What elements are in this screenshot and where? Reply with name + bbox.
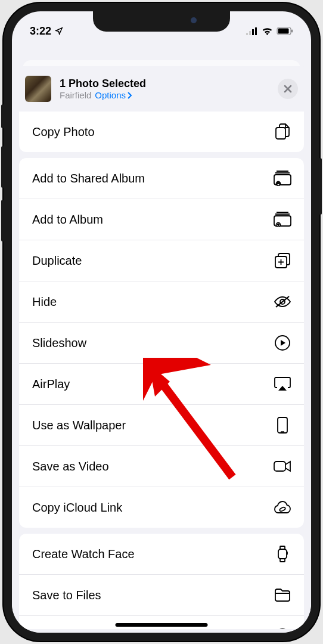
share-sheet: 1 Photo Selected Fairfield Options [12, 66, 311, 633]
shared-album-icon [273, 169, 292, 188]
volume-down-button [1, 200, 4, 242]
volume-up-button [1, 146, 4, 188]
watch-icon [273, 544, 292, 564]
svg-point-18 [279, 507, 285, 512]
wifi-icon [262, 27, 273, 35]
silence-switch [1, 104, 4, 128]
cloud-link-icon [273, 498, 292, 517]
hide-row[interactable]: Hide [19, 281, 304, 323]
sheet-header: 1 Photo Selected Fairfield Options [12, 66, 311, 112]
add-shared-album-row[interactable]: Add to Shared Album [19, 158, 304, 199]
row-label: Save as Video [32, 460, 109, 473]
row-label: Hide [32, 295, 57, 309]
cellular-icon [246, 27, 258, 35]
row-label: Copy iCloud Link [32, 501, 122, 515]
svg-rect-2 [252, 29, 254, 35]
copy-icon [273, 122, 292, 141]
power-button [319, 158, 322, 215]
svg-rect-0 [246, 33, 248, 35]
row-label: Add to Shared Album [32, 172, 145, 185]
notch [93, 11, 230, 32]
airplay-icon [273, 374, 292, 394]
chevron-right-icon [127, 92, 132, 99]
options-link[interactable]: Options [95, 90, 132, 100]
options-label: Options [95, 90, 126, 100]
add-album-row[interactable]: Add to Album [19, 199, 304, 240]
svg-rect-3 [255, 27, 257, 35]
sheet-title: 1 Photo Selected [60, 78, 269, 90]
photo-location: Fairfield [60, 90, 91, 100]
row-label: Copy Photo [32, 125, 95, 139]
svg-rect-7 [276, 128, 285, 139]
person-circle-icon [273, 627, 292, 629]
photo-thumbnail[interactable] [25, 76, 51, 102]
duplicate-icon [273, 251, 292, 270]
phone-rect-icon [273, 416, 292, 435]
row-label: Duplicate [32, 254, 82, 268]
airplay-row[interactable]: AirPlay [19, 364, 304, 405]
phone-screen: 3:22 1 Photo Selected Fairfield [12, 11, 311, 633]
row-label: AirPlay [32, 377, 70, 391]
play-circle-icon [273, 333, 292, 352]
status-time: 3:22 [30, 25, 51, 38]
copy-photo-row[interactable]: Copy Photo [19, 112, 304, 152]
folder-icon [273, 586, 292, 605]
create-watch-face-row[interactable]: Create Watch Face [19, 534, 304, 575]
duplicate-row[interactable]: Duplicate [19, 240, 304, 281]
svg-rect-17 [274, 462, 285, 471]
action-group-3: Create Watch Face Save to Files [19, 534, 304, 629]
action-group-2: Add to Shared Album Add to Album [19, 158, 304, 528]
actions-area[interactable]: Copy Photo Add to Shared Album [12, 112, 311, 629]
video-icon [273, 457, 292, 476]
share-sheet-container: 1 Photo Selected Fairfield Options [12, 60, 311, 633]
assign-contact-row[interactable]: Assign to Contact [19, 616, 304, 629]
save-video-row[interactable]: Save as Video [19, 446, 304, 487]
row-label: Slideshow [32, 336, 86, 350]
svg-rect-19 [278, 549, 287, 559]
row-label: Add to Album [32, 213, 103, 227]
slideshow-row[interactable]: Slideshow [19, 323, 304, 364]
use-wallpaper-row[interactable]: Use as Wallpaper [19, 405, 304, 446]
eye-slash-icon [273, 292, 292, 311]
row-label: Save to Files [32, 589, 101, 602]
svg-rect-1 [249, 31, 251, 35]
copy-icloud-row[interactable]: Copy iCloud Link [19, 487, 304, 528]
close-icon [284, 85, 292, 93]
phone-frame: 3:22 1 Photo Selected Fairfield [4, 3, 319, 641]
svg-rect-6 [291, 30, 293, 33]
home-indicator[interactable] [116, 623, 208, 627]
save-files-row[interactable]: Save to Files [19, 575, 304, 616]
svg-rect-16 [278, 417, 287, 433]
add-album-icon [273, 210, 292, 229]
close-button[interactable] [278, 79, 298, 99]
row-label: Use as Wallpaper [32, 419, 126, 432]
svg-rect-5 [278, 29, 289, 34]
row-label: Create Watch Face [32, 547, 135, 561]
battery-icon [277, 27, 293, 35]
action-group-1: Copy Photo [19, 112, 304, 152]
location-arrow-icon [55, 27, 63, 35]
